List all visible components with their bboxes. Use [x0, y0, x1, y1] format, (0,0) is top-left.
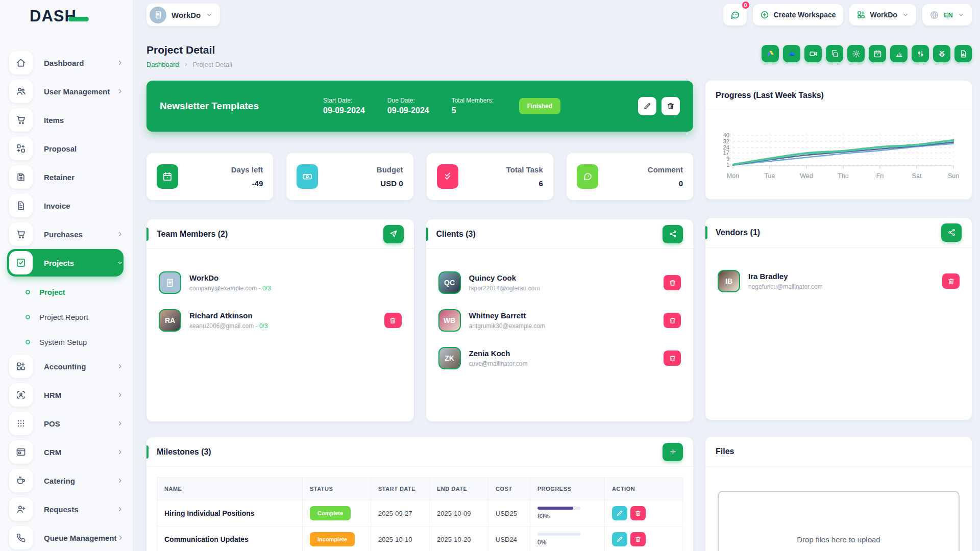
chat-badge: 0	[741, 1, 750, 10]
gear-button[interactable]	[847, 45, 865, 62]
stat-card-comment: Comment0	[567, 153, 693, 200]
bar-chart-button[interactable]	[890, 45, 908, 62]
sidebar-item-projects[interactable]: Projects	[7, 249, 124, 277]
remove-person-button[interactable]	[384, 313, 402, 328]
file-report-button[interactable]	[954, 45, 972, 62]
sidebar-item-accounting[interactable]: Accounting	[9, 355, 124, 378]
remove-person-button[interactable]	[942, 273, 960, 289]
page-toolbar	[762, 45, 972, 62]
sidebar-item-invoice[interactable]: Invoice	[9, 194, 124, 217]
chat-button[interactable]: 0	[723, 4, 747, 26]
person-email: company@example.com - 0/3	[189, 285, 271, 292]
remove-person-button[interactable]	[664, 275, 681, 290]
sidebar-subitem-system-setup[interactable]: System Setup	[9, 330, 133, 355]
onedrive-button[interactable]	[783, 45, 800, 62]
column-header-name: NAME	[157, 478, 303, 500]
trash-icon	[947, 278, 955, 285]
person-name: Whitney Barrett	[469, 311, 546, 320]
sidebar-item-items[interactable]: Items	[9, 108, 124, 132]
milestone-name: Communication Updates	[164, 535, 249, 543]
sidebar-item-hrm[interactable]: HRM	[9, 383, 124, 407]
chevron-down-icon	[958, 11, 965, 18]
sidebar-item-crm[interactable]: CRM	[9, 440, 124, 464]
sidebar-item-requests[interactable]: Requests	[9, 497, 124, 521]
sidebar-subitem-project-report[interactable]: Project Report	[9, 305, 133, 330]
onedrive-icon	[788, 49, 796, 58]
cart-icon	[9, 222, 33, 246]
chat-icon	[577, 164, 598, 189]
sliders-button[interactable]	[912, 45, 929, 62]
status-badge: Incomplete	[310, 532, 355, 546]
stat-card-total-task: Total Task6	[427, 153, 553, 200]
google-drive-icon	[766, 49, 775, 58]
sidebar-item-label: Retainer	[44, 173, 124, 182]
chevron-down-icon	[116, 259, 124, 266]
delete-milestone-button[interactable]	[630, 506, 646, 520]
copy-icon	[830, 49, 839, 58]
share-icon	[947, 228, 956, 237]
remove-person-button[interactable]	[664, 313, 681, 328]
sidebar-item-queue-management[interactable]: Queue Management	[9, 526, 124, 549]
file-report-icon	[959, 49, 968, 58]
avatar: QC	[438, 271, 461, 294]
delete-milestone-button[interactable]	[630, 532, 646, 546]
bullet-icon	[26, 315, 30, 319]
start-date: 2025-09-27	[371, 500, 430, 527]
app-logo[interactable]: DASH	[9, 0, 133, 33]
stat-label: Days left	[231, 165, 263, 174]
share-vendors-button[interactable]	[941, 223, 962, 242]
save-icon	[9, 165, 33, 189]
sidebar-item-dashboard[interactable]: Dashboard	[9, 51, 124, 74]
list-item: WB Whitney Barrett antgrumik30@example.c…	[438, 309, 681, 332]
google-drive-button[interactable]	[762, 45, 779, 62]
sidebar-item-label: HRM	[44, 391, 116, 399]
sidebar-item-user-management[interactable]: User Management	[9, 80, 124, 103]
app-switcher[interactable]: WorkDo	[849, 4, 916, 26]
sidebar-item-proposal[interactable]: Proposal	[9, 137, 124, 160]
sidebar-item-catering[interactable]: Catering	[9, 469, 124, 492]
sidebar-item-label: Catering	[44, 477, 116, 485]
svg-text:Sat: Sat	[912, 172, 922, 180]
calendar-button[interactable]	[869, 45, 886, 62]
trash-icon	[669, 317, 676, 324]
column-header-action: ACTION	[605, 478, 683, 500]
team-members-card: Team Members (2) WorkDo company@example.…	[146, 219, 414, 421]
sidebar-item-retainer[interactable]: Retainer	[9, 165, 124, 189]
main-area: WorkDo 0 Create Workspace WorkDo EN	[133, 0, 980, 551]
remove-person-button[interactable]	[664, 350, 681, 366]
share-clients-button[interactable]	[663, 225, 683, 243]
stat-value: USD 0	[377, 179, 403, 188]
video-camera-button[interactable]	[804, 45, 822, 62]
copy-button[interactable]	[826, 45, 843, 62]
file-dropzone[interactable]: Drop files here to upload	[718, 491, 960, 551]
delete-project-button[interactable]	[662, 97, 680, 115]
cart-icon	[9, 108, 33, 132]
bug-button[interactable]	[933, 45, 950, 62]
squares-icon	[9, 137, 33, 160]
sidebar-subitem-project[interactable]: Project	[9, 280, 133, 305]
person-name: Ira Bradley	[748, 272, 823, 281]
sidebar-item-purchases[interactable]: Purchases	[9, 222, 124, 246]
person-email: fapor22014@oglerau.com	[469, 285, 540, 292]
bug-icon	[938, 49, 946, 58]
cost: USD24	[488, 527, 530, 551]
edit-milestone-button[interactable]	[612, 532, 627, 546]
svg-text:1: 1	[726, 162, 729, 168]
person-name: Quincy Cook	[469, 273, 540, 282]
pencil-icon	[643, 102, 651, 110]
edit-milestone-button[interactable]	[612, 506, 627, 520]
chevron-down-icon	[902, 11, 909, 18]
grid-plus-icon	[9, 355, 33, 378]
svg-text:Wed: Wed	[800, 172, 813, 180]
trash-icon	[669, 279, 676, 287]
language-selector[interactable]: EN	[922, 4, 972, 26]
create-workspace-button[interactable]: Create Workspace	[753, 4, 843, 26]
breadcrumb-home-link[interactable]: Dashboard	[146, 61, 179, 68]
invite-member-button[interactable]	[383, 225, 404, 243]
workspace-selector[interactable]: WorkDo	[146, 4, 220, 26]
edit-project-button[interactable]	[638, 97, 656, 115]
sidebar-item-pos[interactable]: POS	[9, 412, 124, 435]
trash-icon	[667, 102, 675, 110]
check-square-icon	[9, 251, 33, 274]
add-milestone-button[interactable]	[663, 443, 683, 461]
